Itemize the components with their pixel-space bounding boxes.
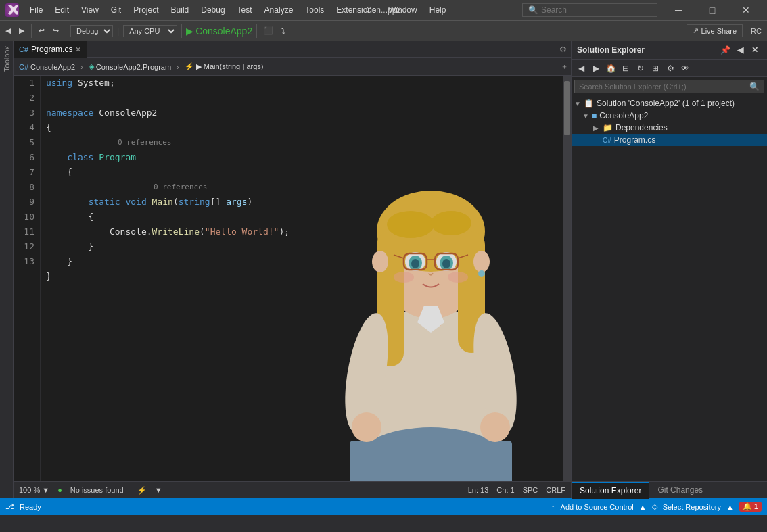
toolbar: ◀ ▶ ↩ ↪ Debug | Any CPU ▶ ConsoleApp2 ⬛ … [0,20,767,41]
se-search-input[interactable] [579,82,747,91]
menu-tools[interactable]: Tools [300,4,329,16]
menu-test[interactable]: Test [232,4,258,16]
se-pin-button[interactable]: 📌 [718,43,732,57]
zoom-level[interactable]: 100 % ▼ [19,486,49,494]
svg-point-1 [350,427,512,481]
se-filter-btn[interactable]: ⊟ [619,62,632,75]
breadcrumb-add-btn[interactable]: ＋ [561,62,568,72]
breakpoint-btn[interactable]: ⬛ [261,25,276,37]
feedback-button[interactable]: RC [748,26,764,37]
status-bar: ⎇ Ready ↑ Add to Source Control ▲ ◇ Sele… [0,498,767,515]
debug-config-dropdown[interactable]: Debug [70,25,113,37]
add-source-control-label[interactable]: Add to Source Control [561,503,634,511]
tab-close-button[interactable]: ✕ [75,45,81,54]
undo-button[interactable]: ↩ [36,25,47,37]
tab-git-changes[interactable]: Git Changes [649,482,711,499]
ref-hint-method: 0 references [46,180,557,195]
code-line-12: } [46,269,557,284]
svg-rect-2 [350,441,512,481]
se-forward-btn[interactable]: ▶ [589,62,603,75]
se-search-bar[interactable]: 🔍 [574,80,764,93]
se-preview-btn[interactable]: 👁 [678,62,692,75]
toolbox-panel: Toolbox [0,41,14,498]
spc-label: SPC [523,486,538,494]
crlf-label: CRLF [546,486,565,494]
code-line-8: { [46,210,557,224]
line-col: Ln: 13 [468,486,489,494]
code-editor[interactable]: 1234 56 78910111213 using System; namesp… [14,76,571,481]
cs-icon: C# [603,137,611,144]
menu-project[interactable]: Project [128,4,164,16]
scrollbar-thumb[interactable] [564,81,570,135]
project-label: ConsoleApp2 [599,111,648,120]
code-line-6: { [46,165,557,180]
class-icon: ◈ [89,62,94,71]
se-refresh-btn[interactable]: ↻ [634,62,647,75]
search-bar[interactable]: 🔍 [522,3,657,17]
search-input[interactable] [541,5,643,15]
se-header-toolbar: 📌 ◀ ✕ [718,43,762,57]
tab-solution-explorer[interactable]: Solution Explorer [572,482,649,499]
play-icon: ▶ [186,26,193,37]
tree-program-cs[interactable]: C# Program.cs [572,134,767,146]
col-label: Ch: 1 [496,486,514,494]
git-dropdown[interactable]: ▼ [155,486,162,494]
se-search-icon[interactable]: 🔍 [749,82,760,91]
tree-dependencies[interactable]: ▶ 📁 Dependencies [572,122,767,134]
menu-file[interactable]: File [24,4,48,16]
solution-explorer-panel: Solution Explorer 📌 ◀ ✕ ◀ ▶ 🏠 ⊟ ↻ ⊞ ⚙ 👁 … [571,41,767,498]
tree-solution[interactable]: ▼ 📋 Solution 'ConsoleApp2' (1 of 1 proje… [572,97,767,110]
live-share-label: Live Share [701,27,737,35]
breadcrumb-part2[interactable]: ◈ ConsoleApp2.Program [86,61,174,72]
menu-debug[interactable]: Debug [195,4,230,16]
back-button[interactable]: ◀ [3,25,14,37]
close-button[interactable]: ✕ [730,0,762,20]
svg-point-0 [356,306,505,481]
se-props-btn[interactable]: ⚙ [664,62,677,75]
se-header: Solution Explorer 📌 ◀ ✕ [572,41,767,60]
tree-project[interactable]: ▼ ■ ConsoleApp2 [572,110,767,122]
csharp-icon: C# [19,63,28,71]
menu-view[interactable]: View [76,4,104,16]
toolbox-label[interactable]: Toolbox [3,41,11,77]
se-collapse-btn[interactable]: ⊞ [649,62,662,75]
title-bar: // Will be rendered after DOM setup File… [0,0,767,20]
sep-v: | [116,26,120,36]
menu-analyze[interactable]: Analyze [259,4,299,16]
breadcrumb-part3[interactable]: ⚡ ▶ Main(string[] args) [182,61,266,72]
menu-build[interactable]: Build [166,4,195,16]
cpu-dropdown[interactable]: Any CPU [123,25,177,37]
search-icon: 🔍 [528,5,538,15]
tab-program-cs[interactable]: C# Program.cs ✕ [14,41,87,58]
maximize-button[interactable]: □ [697,0,728,20]
notification-icon[interactable]: 🔔 1 [739,502,762,512]
project-icon: ■ [592,111,597,120]
select-repository-label[interactable]: Select Repository [663,503,721,511]
se-auto-hide-button[interactable]: ◀ [733,43,747,57]
menu-bar: // Will be rendered after DOM setup File… [24,4,517,16]
folder-icon: 📁 [603,123,613,132]
code-line-4: { [46,120,557,135]
forward-button[interactable]: ▶ [16,25,27,37]
menu-help[interactable]: Help [424,4,452,16]
tab-settings-btn[interactable]: ⚙ [555,45,571,54]
redo-button[interactable]: ↪ [50,25,62,37]
tree-arrow-deps: ▶ [593,124,600,132]
breadcrumb-part1[interactable]: C# ConsoleApp2 [16,62,78,72]
se-back-btn[interactable]: ◀ [574,62,588,75]
menu-edit[interactable]: Edit [49,4,74,16]
run-button[interactable]: ▶ ConsoleApp2 [186,26,252,37]
toolbar-sep-4 [256,24,257,38]
no-issues-label: No issues found [70,486,124,494]
step-over-btn[interactable]: ⤵ [279,26,288,37]
vertical-scrollbar[interactable] [563,76,571,481]
solution-icon: 📋 [584,99,594,108]
se-close-button[interactable]: ✕ [748,43,762,57]
code-content[interactable]: using System; namespace ConsoleApp2 { 0 … [41,76,563,481]
live-share-button[interactable]: ↗ Live Share [687,24,743,37]
menu-git[interactable]: Git [106,4,126,16]
tree-arrow-project: ▼ [582,112,589,120]
se-home-btn[interactable]: 🏠 [604,62,618,75]
zoom-dropdown-icon[interactable]: ▼ [42,486,49,494]
minimize-button[interactable]: ─ [663,0,694,20]
